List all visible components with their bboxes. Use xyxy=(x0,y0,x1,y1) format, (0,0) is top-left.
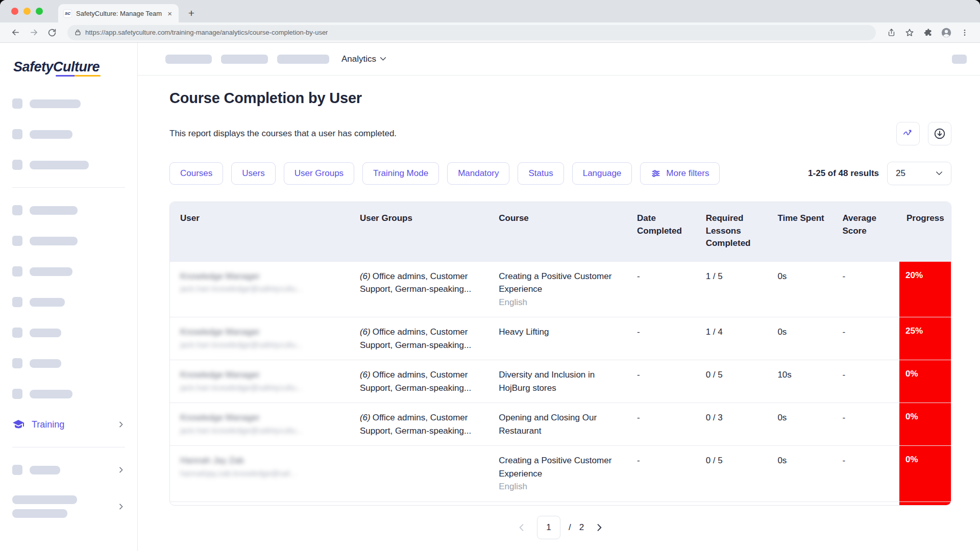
progress-cell: 0% xyxy=(899,446,951,502)
date-completed-cell: - xyxy=(627,360,696,403)
table-row: Knowledge Manager jack.harr.knowledge@sa… xyxy=(170,403,951,446)
page-size-value: 25 xyxy=(896,168,905,179)
sidebar-item-redacted[interactable] xyxy=(12,119,125,149)
column-header-time-spent: Time Spent xyxy=(767,202,832,261)
extensions-button[interactable] xyxy=(920,24,936,41)
average-score-cell: - xyxy=(832,360,899,403)
current-page-value: 1 xyxy=(546,522,551,533)
logo-text-culture: Culture xyxy=(53,59,100,74)
profile-button[interactable] xyxy=(938,24,954,41)
redacted-icon xyxy=(12,328,22,338)
traffic-lights xyxy=(0,0,43,22)
filter-chip-mandatory[interactable]: Mandatory xyxy=(447,162,509,185)
sidebar-item-redacted[interactable] xyxy=(12,195,125,226)
star-icon xyxy=(905,28,914,37)
time-spent-cell: 0s xyxy=(767,403,832,446)
more-filters-button[interactable]: More filters xyxy=(640,162,720,185)
browser-tab-strip: SC SafetyCulture: Manage Teams and ... ×… xyxy=(0,0,980,22)
table-row: Knowledge Manager jack.harr.knowledge@sa… xyxy=(170,317,951,360)
back-button[interactable] xyxy=(7,24,23,41)
filter-chip-language[interactable]: Language xyxy=(572,162,632,185)
page-title: Course Completion by User xyxy=(169,90,951,107)
sidebar-item-redacted[interactable] xyxy=(12,256,125,287)
bookmark-button[interactable] xyxy=(901,24,918,41)
table-header-row: User User Groups Course Date Completed R… xyxy=(170,202,951,261)
current-page-input[interactable]: 1 xyxy=(537,516,560,539)
lessons-completed-cell: 1 / 5 xyxy=(696,261,768,317)
close-window-button[interactable] xyxy=(11,8,18,15)
safetyculture-favicon: SC xyxy=(63,9,72,18)
report-actions xyxy=(896,122,951,145)
redacted-nav-item[interactable] xyxy=(277,55,329,64)
chevron-right-icon xyxy=(117,466,125,474)
fullscreen-window-button[interactable] xyxy=(36,8,43,15)
sidebar-item-training[interactable]: Training xyxy=(12,409,125,440)
sidebar-item-redacted[interactable] xyxy=(12,485,125,528)
table-row: Knowledge Manager jack.harr.knowledge@sa… xyxy=(170,261,951,317)
next-page-button[interactable] xyxy=(592,520,606,535)
user-email-blurred: jack.harr.knowledge@safetycultu... xyxy=(180,339,342,350)
analytics-dropdown[interactable]: Analytics xyxy=(341,54,386,64)
user-cell: Hannah Jay Zab hannahjay.zab.knowledge@s… xyxy=(170,446,350,502)
course-cell: Heavy Lifting xyxy=(488,317,627,360)
send-report-button[interactable] xyxy=(896,122,920,145)
sidebar: SafetyCulture xyxy=(0,43,138,551)
avatar-icon xyxy=(941,27,952,38)
sidebar-item-redacted[interactable] xyxy=(12,348,125,379)
course-language: English xyxy=(499,480,620,493)
filter-chip-users[interactable]: Users xyxy=(231,162,275,185)
redacted-label xyxy=(30,390,72,398)
sidebar-divider xyxy=(12,447,125,447)
browser-menu-button[interactable] xyxy=(957,24,973,41)
browser-tab[interactable]: SC SafetyCulture: Manage Teams and ... × xyxy=(58,4,179,22)
minimize-window-button[interactable] xyxy=(23,8,31,15)
sidebar-nav-bottom xyxy=(0,455,137,528)
user-email-blurred: jack.harr.knowledge@safetycultu... xyxy=(180,382,342,393)
description-row: This report displays the courses that a … xyxy=(169,122,951,145)
forward-arrow-icon xyxy=(29,28,39,37)
date-completed-cell: - xyxy=(627,317,696,360)
filters-row: CoursesUsersUser GroupsTraining ModeMand… xyxy=(169,162,951,185)
column-header-course: Course xyxy=(488,202,627,261)
filter-chip-training-mode[interactable]: Training Mode xyxy=(362,162,439,185)
forward-button[interactable] xyxy=(26,24,42,41)
redacted-icon xyxy=(12,236,22,246)
column-header-user-groups: User Groups xyxy=(350,202,488,261)
filter-chip-user-groups[interactable]: User Groups xyxy=(284,162,354,185)
sidebar-item-redacted[interactable] xyxy=(12,149,125,180)
redacted-label xyxy=(30,267,72,276)
lessons-completed-cell: 0 / 5 xyxy=(696,360,768,403)
lessons-completed-cell: 0 / 5 xyxy=(696,446,768,502)
redacted-nav-item[interactable] xyxy=(221,55,268,64)
sidebar-item-redacted[interactable] xyxy=(12,317,125,348)
chevron-right-icon xyxy=(117,503,125,511)
url-text: https://app.safetyculture.com/training-m… xyxy=(85,29,328,36)
progress-cell: 0% xyxy=(899,403,951,446)
sidebar-item-redacted[interactable] xyxy=(12,455,125,485)
lessons-completed-cell: 1 / 4 xyxy=(696,317,768,360)
close-tab-icon[interactable]: × xyxy=(166,9,174,18)
download-icon xyxy=(934,128,946,140)
chevron-down-icon xyxy=(936,171,943,176)
redacted-nav-item[interactable] xyxy=(952,55,967,64)
address-bar[interactable]: https://app.safetyculture.com/training-m… xyxy=(67,25,876,40)
filter-chip-courses[interactable]: Courses xyxy=(169,162,223,185)
sidebar-item-redacted[interactable] xyxy=(12,287,125,317)
results-summary: 1-25 of 48 results xyxy=(808,168,879,179)
column-header-required-lessons-completed: Required Lessons Completed xyxy=(696,202,768,261)
redacted-label xyxy=(12,495,77,504)
download-report-button[interactable] xyxy=(928,122,951,145)
sidebar-item-redacted[interactable] xyxy=(12,88,125,119)
redacted-nav-item[interactable] xyxy=(165,55,212,64)
reload-button[interactable] xyxy=(44,24,60,41)
page-size-select[interactable]: 25 xyxy=(887,162,951,185)
previous-page-button[interactable] xyxy=(514,520,529,535)
course-title: Opening and Closing Our Restaurant xyxy=(499,411,620,437)
sidebar-item-redacted[interactable] xyxy=(12,379,125,409)
share-page-button[interactable] xyxy=(883,24,899,41)
sidebar-item-redacted[interactable] xyxy=(12,226,125,256)
new-tab-button[interactable]: + xyxy=(184,6,199,21)
course-title: Diversity and Inclusion in HojBurg store… xyxy=(499,368,620,394)
user-email-blurred: jack.harr.knowledge@safetycultu... xyxy=(180,283,342,294)
filter-chip-status[interactable]: Status xyxy=(518,162,564,185)
